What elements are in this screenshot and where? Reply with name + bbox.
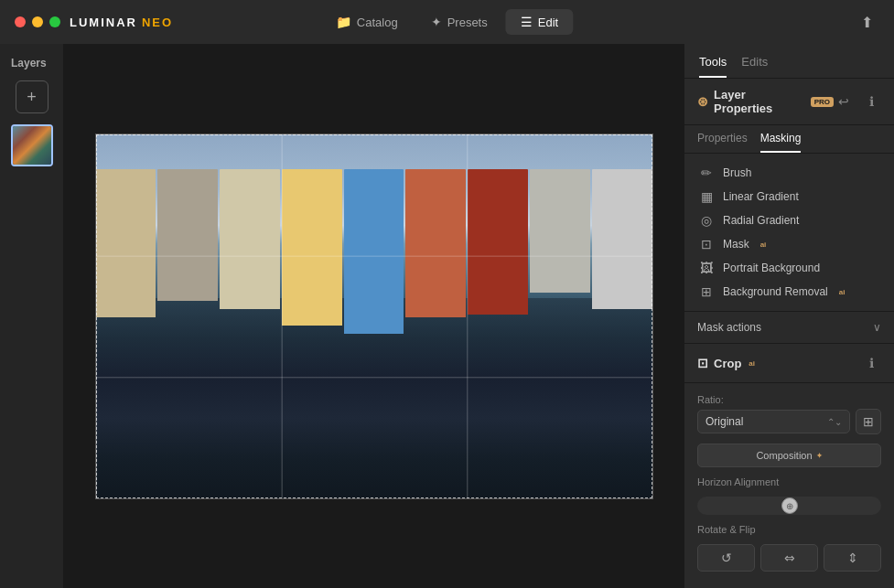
layer-properties-actions: ↩ ℹ <box>834 91 881 112</box>
building-6 <box>405 169 466 317</box>
mask-label: Mask <box>723 238 749 251</box>
background-removal-ai-badge: ai <box>839 288 846 296</box>
tab-presets[interactable]: ✦ Presets <box>416 9 502 35</box>
app-logo: LUMINAR NEO <box>70 16 173 29</box>
layers-panel: Layers + <box>0 44 64 588</box>
panel-tabs: Tools Edits <box>684 44 894 79</box>
horizon-thumb-icon: ⊕ <box>786 501 793 511</box>
plus-icon: + <box>27 88 37 107</box>
nav-tabs: 📁 Catalog ✦ Presets ☰ Edit <box>321 9 573 35</box>
rotate-left-button[interactable]: ↺ <box>697 544 755 572</box>
layer-thumb-image <box>13 126 51 165</box>
tab-presets-label: Presets <box>447 16 488 29</box>
layer-thumbnail[interactable] <box>11 124 53 166</box>
crop-ai-badge: ai <box>749 359 755 368</box>
composition-button[interactable]: Composition ✦ <box>697 444 881 467</box>
mask-actions-row[interactable]: Mask actions ∨ <box>684 312 894 344</box>
presets-icon: ✦ <box>431 15 442 29</box>
portrait-background-icon: 🖼 <box>699 261 714 275</box>
horizon-slider[interactable]: ⊕ <box>697 497 881 515</box>
building-9 <box>592 169 652 309</box>
linear-gradient-icon: ▦ <box>699 189 714 204</box>
logo-text: LUMINAR <box>70 16 137 29</box>
tab-catalog[interactable]: 📁 Catalog <box>321 9 413 35</box>
horizon-label: Horizon Alignment <box>697 476 881 487</box>
sub-tab-masking[interactable]: Masking <box>760 125 802 153</box>
flip-horizontal-icon: ⇔ <box>784 551 795 565</box>
info-icon: ℹ <box>869 94 874 109</box>
mask-item-background-removal[interactable]: ⊞ Background Removal ai <box>684 280 894 304</box>
masking-list: ✏ Brush ▦ Linear Gradient ◎ Radial Gradi… <box>684 154 894 312</box>
linear-gradient-label: Linear Gradient <box>723 190 799 203</box>
tab-edit-label: Edit <box>538 16 558 29</box>
building-2 <box>157 169 218 301</box>
share-button[interactable]: ⬆ <box>854 9 879 35</box>
building-row <box>96 169 652 334</box>
rotate-left-icon: ↺ <box>721 551 732 565</box>
brush-icon: ✏ <box>699 166 714 180</box>
building-4 <box>282 169 342 326</box>
titlebar-right: ⬆ <box>854 9 879 35</box>
mask-item-radial-gradient[interactable]: ◎ Radial Gradient <box>684 208 894 232</box>
layer-properties-label: Layer Properties <box>714 88 805 115</box>
ratio-label: Ratio: <box>697 394 881 405</box>
horizon-slider-thumb[interactable]: ⊕ <box>781 497 798 514</box>
add-layer-button[interactable]: + <box>16 80 48 113</box>
flip-vertical-icon: ⇕ <box>847 551 858 565</box>
tab-tools[interactable]: Tools <box>699 55 727 78</box>
logo-neo: NEO <box>142 16 173 29</box>
titlebar: LUMINAR NEO 📁 Catalog ✦ Presets ☰ Edit ⬆ <box>0 0 894 44</box>
radial-gradient-label: Radial Gradient <box>723 214 799 227</box>
canvas-area <box>64 44 684 588</box>
layers-icon: ⊛ <box>697 94 708 109</box>
tab-edits[interactable]: Edits <box>741 55 768 78</box>
main-content: Layers + <box>0 44 894 588</box>
tab-edit[interactable]: ☰ Edit <box>506 9 573 35</box>
building-5 <box>344 169 404 334</box>
mask-item-linear-gradient[interactable]: ▦ Linear Gradient <box>684 185 894 208</box>
mask-actions-label: Mask actions <box>697 321 761 334</box>
ratio-field: Ratio: Original ⌃⌄ ⊞ <box>697 394 881 434</box>
sub-tabs: Properties Masking <box>684 125 894 154</box>
right-panel: Tools Edits ⊛ Layer Properties PRO ↩ ℹ <box>684 44 894 588</box>
chevron-down-icon: ∨ <box>873 321 881 334</box>
mask-ai-badge: ai <box>760 241 767 249</box>
layer-properties-header: ⊛ Layer Properties PRO ↩ ℹ <box>684 79 894 125</box>
aspect-lock-icon: ⊞ <box>863 414 874 429</box>
minimize-button[interactable] <box>32 16 43 27</box>
sub-tab-properties-label: Properties <box>697 132 748 144</box>
background-removal-icon: ⊞ <box>699 284 714 299</box>
building-3 <box>220 169 280 309</box>
background-removal-label: Background Removal <box>723 285 828 298</box>
ratio-select[interactable]: Original ⌃⌄ <box>697 410 850 433</box>
mask-item-mask[interactable]: ⊡ Mask ai <box>684 232 894 256</box>
mask-icon: ⊡ <box>699 237 714 251</box>
radial-gradient-icon: ◎ <box>699 213 714 228</box>
aspect-lock-button[interactable]: ⊞ <box>856 409 881 434</box>
undo-button[interactable]: ↩ <box>834 91 854 112</box>
layers-header: Layers <box>11 57 47 69</box>
sub-tab-properties[interactable]: Properties <box>697 125 748 153</box>
pro-badge: PRO <box>811 97 834 107</box>
crop-info-button[interactable]: ℹ <box>861 353 881 373</box>
tab-catalog-label: Catalog <box>357 16 398 29</box>
rotate-flip-section: Rotate & Flip ↺ ⇔ ⇕ <box>697 524 881 572</box>
close-button[interactable] <box>15 16 26 27</box>
ratio-select-row: Original ⌃⌄ ⊞ <box>697 409 881 434</box>
composition-label: Composition <box>756 450 812 461</box>
mask-item-brush[interactable]: ✏ Brush <box>684 161 894 185</box>
crop-section: ⊡ Crop ai ℹ Ratio: Original ⌃⌄ <box>684 344 894 588</box>
composition-new-icon: ✦ <box>816 452 823 460</box>
traffic-lights <box>15 16 60 27</box>
horizon-section: Horizon Alignment ⊕ <box>697 476 881 515</box>
info-button[interactable]: ℹ <box>861 91 881 112</box>
flip-horizontal-button[interactable]: ⇔ <box>760 544 818 572</box>
ratio-value: Original <box>706 415 743 428</box>
crop-body: Ratio: Original ⌃⌄ ⊞ Composition ✦ <box>684 383 894 583</box>
mask-item-portrait-background[interactable]: 🖼 Portrait Background <box>684 256 894 280</box>
maximize-button[interactable] <box>49 16 60 27</box>
undo-icon: ↩ <box>838 94 849 109</box>
edit-icon: ☰ <box>521 15 533 29</box>
flip-vertical-button[interactable]: ⇕ <box>824 544 881 572</box>
crop-info-icon: ℹ <box>869 356 874 370</box>
